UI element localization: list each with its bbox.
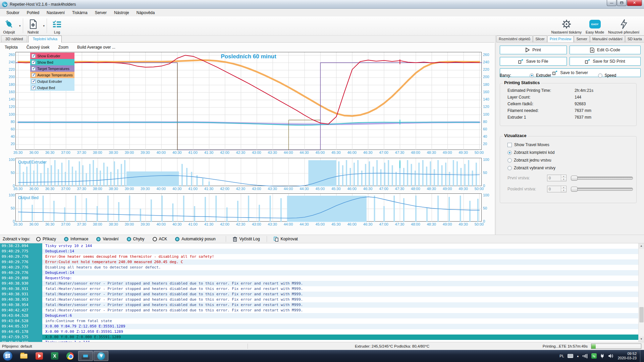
- log-row[interactable]: 09:40:38.953fatal:Heater/sensor error - …: [0, 297, 644, 302]
- keyboard-icon[interactable]: [568, 354, 573, 358]
- menu-item-2[interactable]: Pohled: [23, 9, 43, 16]
- volume-icon[interactable]: [608, 354, 613, 358]
- tab-sd-karta[interactable]: SD karta: [625, 36, 644, 42]
- tab-3d-n-hled[interactable]: 3D náhled: [1, 36, 27, 42]
- log-row[interactable]: 09:40:29.776Error:One heater seems decou…: [0, 254, 644, 259]
- log-scrollbar[interactable]: ▲ ▼: [638, 243, 644, 342]
- power-tray-icon[interactable]: [600, 354, 605, 358]
- radio-zobrazit-jednu-vrstvu[interactable]: Zobrazit jednu vrstvu: [507, 158, 636, 163]
- chart-menu-item-1[interactable]: Teplota: [5, 45, 18, 50]
- log-filter-ack[interactable]: ACK: [153, 237, 167, 241]
- legend-label: Output Extruder: [37, 79, 62, 83]
- first-layer-stepper[interactable]: 0 ▲▼: [547, 175, 567, 181]
- chart-menu-item-3[interactable]: Zoom: [58, 45, 68, 50]
- taskbar-media-player[interactable]: [32, 351, 47, 361]
- radio-extruder[interactable]: Extruder: [530, 73, 551, 78]
- legend-show-extruder[interactable]: Show Extruder: [30, 53, 74, 59]
- maximize-button[interactable]: [617, 0, 627, 6]
- log-row[interactable]: 09:40:29.776DebugLevel:14: [0, 270, 644, 276]
- menu-item-3[interactable]: Nastavení: [43, 9, 68, 16]
- log-filter-varov-n-[interactable]: Varování: [96, 237, 118, 241]
- log-row[interactable]: 09:40:29.776Disabling all heaters due to…: [0, 265, 644, 270]
- legend-target-temperatures[interactable]: Target Temperatures: [30, 65, 74, 72]
- printer-settings-button[interactable]: Nastavení tiskárny: [549, 16, 584, 35]
- tab-server[interactable]: Server: [574, 36, 589, 42]
- disconnect-button[interactable]: Odpojit: [0, 16, 18, 35]
- first-layer-slider[interactable]: [571, 177, 633, 180]
- menu-item-4[interactable]: Tiskárna: [68, 9, 91, 16]
- legend-average-temperatures[interactable]: Average Temperatures: [30, 72, 74, 78]
- log-row[interactable]: 09:44:05.537X:0.00 Y:84.79 Z:12.050 E:35…: [0, 324, 644, 329]
- log-row[interactable]: 09:40:38.931fatal:Heater/sensor error - …: [0, 286, 644, 292]
- emergency-stop-button[interactable]: Nouzové přerušení: [606, 16, 641, 35]
- scroll-thumb[interactable]: [639, 307, 644, 322]
- log-row[interactable]: 09:40:29.776Error:Could not hold tempera…: [0, 259, 644, 265]
- chart-menu-item-4[interactable]: Build Average over ...: [77, 45, 115, 50]
- taskbar-explorer[interactable]: [16, 351, 31, 361]
- legend-output-bed[interactable]: Output Bed: [30, 84, 74, 91]
- log-row[interactable]: 09:40:42.427fatal:Heater/sensor error - …: [0, 308, 644, 313]
- tray-expand-icon[interactable]: ▲: [577, 355, 579, 358]
- edit-gcode-button[interactable]: Edit G-Code: [570, 46, 641, 54]
- legend-show-bed[interactable]: Show Bed: [30, 59, 74, 65]
- show-travel-moves-checkbox[interactable]: Show Travel Moves: [507, 142, 636, 147]
- print-button[interactable]: Print: [500, 46, 567, 54]
- network-signal-icon[interactable]: [583, 354, 588, 358]
- log-row[interactable]: 09:43:04.528DebugLevel:6: [0, 313, 644, 318]
- x-axis-label: 40:30: [170, 150, 184, 155]
- taskbar-chrome[interactable]: [63, 351, 77, 361]
- easy-mode-button[interactable]: EASY Easy Mode: [584, 16, 606, 35]
- sync-tray-icon[interactable]: ⇆: [591, 353, 597, 359]
- tab-manu-ln-ovl-d-n-[interactable]: Manuální ovládání: [590, 36, 625, 42]
- tab-print-preview[interactable]: Print Preview: [547, 36, 574, 42]
- upload-button[interactable]: Nahrát: [24, 16, 42, 35]
- start-button[interactable]: [3, 351, 13, 361]
- log-filter-automatick-posun[interactable]: Automatický posun: [175, 237, 215, 241]
- minimize-button[interactable]: —: [607, 0, 616, 6]
- taskbar-repetier-host[interactable]: [94, 351, 108, 361]
- chart-menu-item-2[interactable]: Časový úsek: [26, 45, 50, 50]
- log-row[interactable]: 09:40:29.775DebugLevel:14: [0, 249, 644, 254]
- log-row[interactable]: 09:40:29.890RequestStop:: [0, 276, 644, 281]
- upload-dropdown[interactable]: ▾: [42, 16, 46, 35]
- log-filter-p-kazy[interactable]: Příkazy: [36, 237, 56, 241]
- stat-row: Layer Count:144: [507, 95, 636, 100]
- log-row[interactable]: 09:40:38.930fatal:Heater/sensor error - …: [0, 281, 644, 286]
- save-for-sd-button[interactable]: Save for SD Print: [570, 57, 641, 66]
- taskbar-clock[interactable]: 09:52 2020-03-23: [618, 352, 637, 360]
- menu-item-1[interactable]: Soubor: [3, 9, 23, 16]
- tab-slicer[interactable]: Slicer: [533, 36, 547, 42]
- log-row[interactable]: 09:40:38.931fatal:Heater/sensor error - …: [0, 292, 644, 297]
- log-filter-chyby[interactable]: Chyby: [127, 237, 145, 241]
- log-row[interactable]: 09:40:38.954fatal:Heater/sensor error - …: [0, 302, 644, 308]
- disconnect-dropdown[interactable]: ▾: [18, 16, 22, 35]
- menu-item-5[interactable]: Server: [91, 9, 110, 16]
- radio-speed[interactable]: Speed: [598, 73, 616, 78]
- clear-log-button[interactable]: Vyčistit Log: [233, 237, 260, 242]
- radio-zobrazit-vybran-vrstvy[interactable]: Zobrazit vybrané vrstvy: [507, 166, 636, 170]
- scroll-down-icon[interactable]: ▼: [639, 337, 644, 342]
- show-desktop-button[interactable]: [640, 350, 644, 362]
- log-button[interactable]: Log: [48, 16, 66, 35]
- log-row[interactable]: 09:38:23.094Tisky vrstvy 10 z 144: [0, 243, 644, 249]
- copy-log-button[interactable]: Kopírovat: [274, 237, 298, 242]
- tab-rozm-st-n-objekt-[interactable]: Rozmístění objektů: [496, 36, 533, 42]
- log-filter-informace[interactable]: Informace: [64, 237, 88, 241]
- last-layer-stepper[interactable]: 0 ▲▼: [547, 186, 567, 192]
- log-row[interactable]: 09:43:04.528info:Continue from fatal sta…: [0, 318, 644, 324]
- save-to-file-button[interactable]: Save to File: [500, 57, 567, 66]
- scroll-up-icon[interactable]: ▲: [639, 243, 644, 249]
- tab-teplotn-k-ivka[interactable]: Teplotní křivka: [28, 36, 62, 43]
- log-row[interactable]: 09:47:59.575X:0.00 Y:0.00 Z:0.000 E:3559…: [0, 335, 644, 340]
- menu-item-6[interactable]: Nástroje: [110, 9, 133, 16]
- log-row[interactable]: 09:44:45.178X:0.00 Y:0.00 Z:12.050 E:355…: [0, 329, 644, 335]
- legend-output-extruder[interactable]: Output Extruder: [30, 78, 74, 84]
- taskbar-printer-app[interactable]: [78, 351, 93, 361]
- last-layer-slider[interactable]: [571, 188, 633, 191]
- y-axis-label: 60: [0, 127, 15, 131]
- close-button[interactable]: ✕: [627, 0, 642, 6]
- radio-zobrazit-kompletn-k-d[interactable]: Zobrazit kompletní kód: [507, 150, 636, 155]
- menu-item-7[interactable]: Nápověda: [133, 9, 159, 16]
- language-indicator[interactable]: PL: [559, 354, 564, 358]
- taskbar-excel[interactable]: X: [47, 351, 62, 361]
